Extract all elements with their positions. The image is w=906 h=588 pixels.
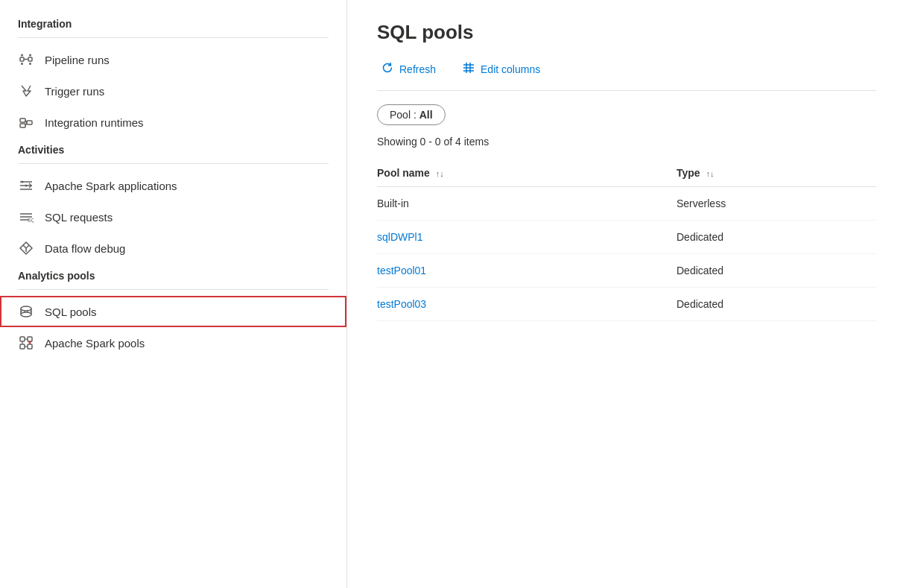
apache-spark-pools-label: Apache Spark pools (45, 337, 145, 350)
table-header-row: Pool name ↑↓ Type ↑↓ (377, 159, 876, 187)
sidebar-section-analytics-pools: Analytics pools SQL pools (0, 264, 346, 358)
pool-filter-pill[interactable]: Pool : All (377, 104, 446, 125)
col-header-type[interactable]: Type ↑↓ (677, 159, 876, 187)
sidebar-item-pipeline-runs[interactable]: Pipeline runs (0, 44, 346, 75)
edit-columns-button[interactable]: Edit columns (458, 59, 545, 80)
pool-name-cell[interactable]: testPool03 (377, 288, 677, 321)
main-content: SQL pools Refresh Edit co (347, 0, 906, 588)
sql-pools-table: Pool name ↑↓ Type ↑↓ Built-inServerlesss… (377, 159, 876, 321)
pool-type-cell: Dedicated (677, 254, 876, 288)
sidebar-section-activities: Activities Apache Spark applications (0, 138, 346, 264)
svg-point-15 (22, 181, 24, 183)
trigger-runs-icon (18, 83, 34, 99)
integration-runtimes-label: Integration runtimes (45, 116, 144, 129)
table-row: testPool01Dedicated (377, 254, 876, 288)
edit-columns-label: Edit columns (481, 63, 540, 75)
svg-rect-7 (20, 118, 25, 122)
sidebar: Integration Pipeline runs (0, 0, 347, 588)
svg-rect-31 (28, 337, 32, 341)
svg-rect-32 (20, 344, 25, 349)
svg-point-6 (29, 63, 31, 65)
sidebar-item-sql-pools[interactable]: SQL pools (0, 296, 346, 327)
filter-label: Pool : (390, 109, 419, 121)
sql-requests-label: SQL requests (45, 211, 113, 224)
data-flow-debug-icon (18, 240, 34, 256)
refresh-button[interactable]: Refresh (377, 59, 440, 80)
sidebar-item-data-flow-debug[interactable]: Data flow debug (0, 233, 346, 264)
sidebar-item-apache-spark-apps[interactable]: Apache Spark applications (0, 170, 346, 201)
toolbar: Refresh Edit columns (377, 59, 876, 91)
pool-name-cell[interactable]: sqlDWPl1 (377, 221, 677, 254)
refresh-icon (381, 62, 393, 77)
svg-rect-0 (20, 57, 24, 61)
apache-spark-apps-icon (18, 177, 34, 194)
section-title-integration: Integration (0, 12, 346, 34)
section-title-analytics-pools: Analytics pools (0, 264, 346, 286)
col-header-pool-name[interactable]: Pool name ↑↓ (377, 159, 677, 187)
table-body: Built-inServerlesssqlDWPl1DedicatedtestP… (377, 187, 876, 321)
sidebar-item-sql-requests[interactable]: SQL SQL requests (0, 201, 346, 233)
svg-line-23 (26, 245, 29, 248)
sql-pools-icon (18, 303, 34, 320)
pool-name-cell: Built-in (377, 187, 677, 221)
pool-name-cell[interactable]: testPool01 (377, 254, 677, 288)
refresh-label: Refresh (399, 63, 436, 75)
svg-rect-30 (20, 337, 25, 341)
svg-point-16 (25, 185, 28, 187)
item-count: Showing 0 - 0 of 4 items (377, 136, 876, 148)
svg-point-28 (21, 312, 31, 317)
edit-columns-icon (463, 62, 475, 77)
sidebar-section-integration: Integration Pipeline runs (0, 12, 346, 138)
table-row: Built-inServerless (377, 187, 876, 221)
data-flow-debug-label: Data flow debug (45, 242, 125, 255)
svg-text:SQL: SQL (28, 218, 34, 224)
pool-name-sort-icon[interactable]: ↑↓ (436, 169, 444, 178)
col-pool-name-label: Pool name (377, 167, 430, 179)
sidebar-item-apache-spark-pools[interactable]: Apache Spark pools (0, 327, 346, 358)
apache-spark-apps-label: Apache Spark applications (45, 180, 177, 192)
section-title-activities: Activities (0, 138, 346, 160)
sidebar-item-integration-runtimes[interactable]: Integration runtimes (0, 107, 346, 138)
pipeline-runs-label: Pipeline runs (45, 54, 110, 66)
pool-type-cell: Serverless (677, 187, 876, 221)
pool-type-cell: Dedicated (677, 288, 876, 321)
svg-line-22 (23, 245, 26, 248)
filter-value: All (419, 109, 433, 121)
col-type-label: Type (677, 167, 700, 179)
apache-spark-pools-icon (18, 335, 34, 351)
integration-runtimes-icon (18, 114, 34, 130)
trigger-runs-label: Trigger runs (45, 85, 104, 98)
filter-bar: Pool : All (377, 104, 876, 125)
type-sort-icon[interactable]: ↑↓ (706, 169, 715, 178)
svg-point-4 (29, 54, 31, 57)
svg-line-11 (25, 123, 27, 126)
svg-rect-9 (27, 121, 32, 124)
svg-rect-8 (20, 124, 25, 127)
svg-point-3 (21, 54, 23, 57)
pool-type-cell: Dedicated (677, 221, 876, 254)
svg-rect-1 (28, 57, 32, 61)
sql-requests-icon: SQL (18, 209, 34, 225)
svg-point-25 (21, 306, 31, 311)
page-title: SQL pools (377, 21, 876, 44)
sql-pools-label: SQL pools (45, 306, 97, 318)
sidebar-item-trigger-runs[interactable]: Trigger runs (0, 75, 346, 107)
table-row: sqlDWPl1Dedicated (377, 221, 876, 254)
table-row: testPool03Dedicated (377, 288, 876, 321)
svg-point-5 (21, 63, 23, 65)
svg-rect-33 (28, 344, 32, 349)
pipeline-runs-icon (18, 51, 34, 68)
